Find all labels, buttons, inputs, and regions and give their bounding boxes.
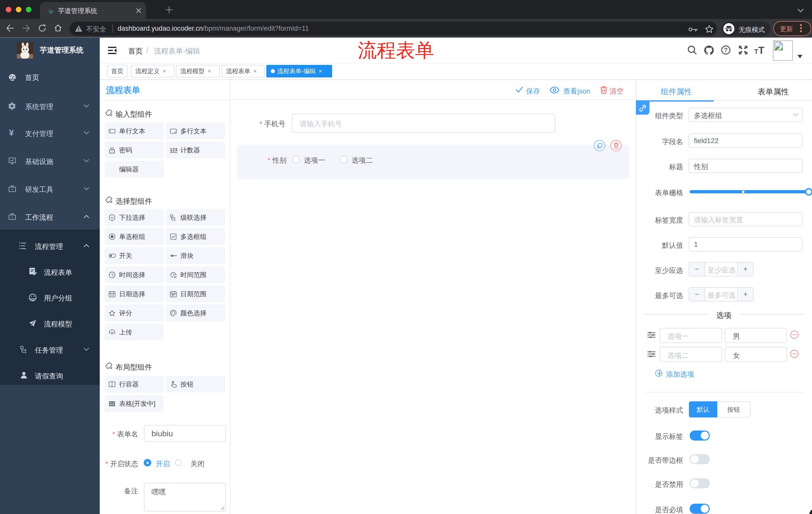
- svg-text:?: ?: [724, 47, 728, 53]
